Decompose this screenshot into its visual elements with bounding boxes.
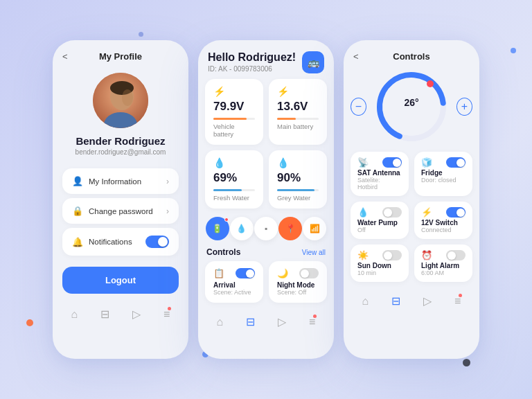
- light-alarm-sub: 6:00 AM: [421, 269, 466, 276]
- main-battery-bar: [277, 118, 296, 120]
- night-mode-sub: Scene: Off: [277, 289, 319, 296]
- menu-item-change-password[interactable]: 🔒 Change password ›: [62, 198, 179, 224]
- icon-row: 🔋 💧 ▪ 📍 📶: [198, 214, 334, 246]
- nav-play-icon-right[interactable]: ▷: [423, 294, 432, 308]
- nav-dot-right: [459, 294, 462, 297]
- profile-button-center[interactable]: 🚌: [302, 51, 324, 73]
- switch-12v-name: 12V Switch: [421, 219, 466, 227]
- decorative-dot-2: [511, 48, 516, 53]
- fridge-icon: 🧊: [421, 157, 432, 168]
- avatar: [93, 73, 148, 128]
- grey-water-card: 💧 90% Grey Water: [269, 150, 327, 209]
- profile-header: < My Profile: [53, 40, 188, 67]
- logout-button[interactable]: Logout: [62, 267, 179, 294]
- signal-icon-btn[interactable]: 📶: [303, 217, 326, 240]
- alarm-icon: ⏰: [421, 250, 432, 260]
- battery-icon-btn[interactable]: 🔋: [206, 217, 229, 240]
- vehicle-battery-bar: [213, 118, 247, 120]
- sat-antenna-name: SAT Antenna: [357, 169, 402, 177]
- fridge-card: 🧊 Fridge Door: closed: [414, 152, 472, 196]
- water-pump-sub: Off: [357, 227, 402, 233]
- user-icon: 👤: [72, 176, 83, 186]
- nav-dot-left: [168, 307, 171, 310]
- notifications-toggle[interactable]: [145, 236, 169, 248]
- switch-12v-sub: Connected: [421, 227, 466, 233]
- water-icon-btn[interactable]: 💧: [230, 217, 254, 240]
- thermostat-dial: 26°: [373, 69, 450, 145]
- arrival-toggle[interactable]: [236, 268, 255, 278]
- menu-label-notifications: Notifications: [89, 238, 132, 246]
- back-button-left[interactable]: <: [62, 51, 68, 62]
- temp-minus-button[interactable]: −: [351, 98, 366, 116]
- switch-12v-card: ⚡ 12V Switch Connected: [414, 202, 472, 239]
- nav-play-icon-center[interactable]: ▷: [278, 315, 286, 328]
- phones-container: < My Profile: [32, 26, 500, 373]
- water-pump-toggle[interactable]: [382, 207, 402, 218]
- nav-home-icon-left[interactable]: ⌂: [71, 308, 78, 321]
- sat-antenna-toggle[interactable]: [382, 157, 402, 168]
- fridge-sub: Door: closed: [421, 177, 466, 184]
- nav-controls-icon-right[interactable]: ⊟: [391, 294, 400, 308]
- bus-icon: 🚌: [308, 57, 319, 68]
- nav-menu-icon-right[interactable]: ≡: [454, 295, 461, 308]
- temp-plus-button[interactable]: +: [456, 98, 472, 116]
- signal-icon: 📶: [310, 224, 320, 233]
- water-pump-name: Water Pump: [357, 219, 402, 227]
- light-alarm-card: ⏰ Light Alarm 6:00 AM: [414, 245, 472, 282]
- nav-play-icon-left[interactable]: ▷: [132, 308, 141, 321]
- lightning-icon-2: ⚡: [277, 86, 319, 97]
- night-mode-toggle[interactable]: [299, 268, 319, 278]
- water-drop-icon: 💧: [236, 224, 247, 233]
- svg-point-7: [427, 80, 434, 87]
- battery-icon: 🔋: [212, 224, 222, 233]
- menu-label-my-information: My Information: [89, 177, 141, 186]
- menu-item-notifications[interactable]: 🔔 Notifications: [62, 228, 179, 256]
- sun-down-name: Sun Down: [357, 262, 402, 269]
- controls-title: Controls: [206, 247, 240, 257]
- main-battery-card: ⚡ 13.6V Main battery: [269, 79, 327, 145]
- switch-12v-toggle[interactable]: [446, 207, 466, 218]
- lightning-icon-1: ⚡: [213, 86, 255, 97]
- nav-home-icon-right[interactable]: ⌂: [362, 295, 369, 308]
- sun-icon: ☀️: [357, 250, 369, 260]
- back-button-right[interactable]: <: [353, 51, 359, 62]
- light-alarm-toggle[interactable]: [446, 250, 466, 260]
- right-phone: < Controls − 26° +: [344, 40, 479, 359]
- temperature-value: 26°: [404, 96, 418, 118]
- device-grid: 📡 SAT Antenna Satelite: Hotbird 🧊 Fridge…: [344, 152, 479, 287]
- sat-antenna-sub: Satelite: Hotbird: [357, 177, 402, 190]
- greeting-text: Hello Rodriguez!: [208, 51, 296, 64]
- nav-menu-icon-left[interactable]: ≡: [163, 308, 170, 321]
- moon-icon: 🌙: [277, 268, 288, 278]
- nav-menu-icon-center[interactable]: ≡: [309, 316, 315, 328]
- water-icon-2: 💧: [277, 157, 319, 168]
- main-battery-value: 13.6V: [277, 100, 319, 114]
- fridge-toggle[interactable]: [446, 157, 466, 168]
- notif-dot: [224, 218, 229, 222]
- view-all-link[interactable]: View all: [302, 249, 326, 256]
- nav-home-icon-center[interactable]: ⌂: [216, 316, 223, 328]
- right-header: < Controls: [344, 40, 479, 69]
- location-icon-btn[interactable]: 📍: [278, 217, 302, 240]
- user-email: bender.rodriguez@gmail.com: [76, 148, 166, 156]
- user-name: Bender Rodriguez: [76, 135, 165, 147]
- chevron-right-icon-2: ›: [166, 206, 169, 216]
- nav-controls-icon-left[interactable]: ⊟: [100, 308, 109, 321]
- menu-item-my-information[interactable]: 👤 My Information ›: [62, 168, 179, 194]
- grey-water-bar: [277, 189, 314, 191]
- center-header: Hello Rodriguez! ID: AK - 0099783006 🚌: [198, 40, 334, 79]
- main-battery-label: Main battery: [277, 123, 319, 130]
- water-pump-card: 💧 Water Pump Off: [351, 202, 409, 239]
- sun-down-toggle[interactable]: [382, 250, 402, 260]
- light-alarm-name: Light Alarm: [421, 262, 466, 269]
- night-mode-name: Night Mode: [277, 281, 319, 289]
- square-icon-btn[interactable]: ▪: [254, 217, 278, 240]
- fresh-water-label: Fresh Water: [213, 194, 255, 202]
- menu-label-change-password: Change password: [89, 207, 153, 215]
- nav-controls-icon-center[interactable]: ⊟: [246, 315, 255, 328]
- center-bottom-nav: ⌂ ⊟ ▷ ≡: [198, 308, 334, 338]
- right-title: Controls: [393, 51, 429, 62]
- sun-down-card: ☀️ Sun Down 10 min: [351, 245, 409, 282]
- vehicle-battery-label: Vehicle battery: [213, 123, 255, 138]
- grey-water-value: 90%: [277, 171, 319, 185]
